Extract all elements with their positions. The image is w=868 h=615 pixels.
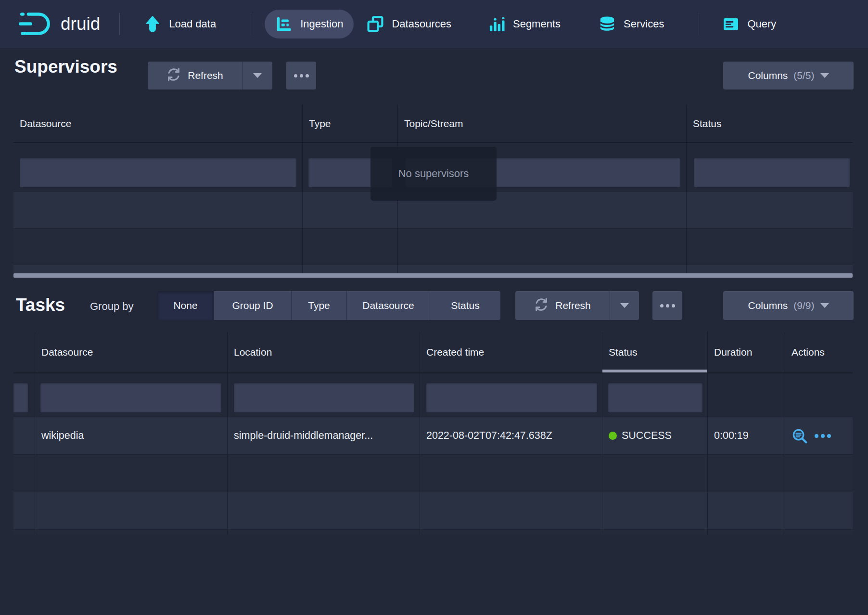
nav-item-datasources[interactable]: Datasources [356, 10, 462, 38]
tasks-filter-row [13, 373, 853, 417]
nav-item-label: Ingestion [300, 18, 343, 30]
tasks-columns-button[interactable]: Columns (9/9) [723, 291, 854, 320]
columns-label: Columns [748, 300, 788, 311]
tasks-refresh-button[interactable]: Refresh [515, 291, 610, 320]
druid-logo[interactable]: druid [18, 11, 100, 38]
row-more-icon[interactable] [815, 434, 831, 438]
nav-item-query[interactable]: Query [712, 10, 787, 38]
tasks-table: Datasource Location Created time Status … [13, 332, 853, 535]
segments-icon [488, 15, 505, 33]
task-duration-cell: 0:00:19 [708, 417, 785, 454]
group-by-type-button[interactable]: Type [292, 291, 347, 320]
refresh-label: Refresh [555, 300, 591, 311]
column-header-status[interactable]: Status [602, 332, 708, 372]
task-created-time-cell: 2022-08-02T07:42:47.638Z [420, 417, 602, 454]
table-row [13, 455, 853, 492]
more-icon [660, 304, 675, 308]
column-header-datasource[interactable]: Datasource [35, 332, 228, 372]
columns-count: (9/9) [793, 300, 814, 311]
group-by-datasource-button[interactable]: Datasource [347, 291, 430, 320]
supervisors-refresh-dropdown-button[interactable] [242, 62, 272, 90]
column-header-topic-stream[interactable]: Topic/Stream [398, 105, 687, 142]
created-time-filter-input[interactable] [426, 383, 598, 413]
task-datasource-cell: wikipedia [35, 417, 228, 454]
nav-item-ingestion[interactable]: Ingestion [265, 10, 354, 38]
refresh-icon [166, 67, 181, 84]
column-header-actions[interactable]: Actions [785, 332, 853, 372]
upload-icon [144, 15, 161, 33]
ingestion-chart-icon [275, 15, 293, 33]
location-filter-input[interactable] [233, 383, 415, 413]
table-row [13, 492, 853, 530]
supervisors-refresh-split-button: Refresh [148, 62, 272, 90]
tasks-more-button[interactable] [652, 291, 682, 320]
group-by-none-button[interactable]: None [157, 291, 214, 320]
nav-item-label: Query [747, 18, 776, 30]
group-by-status-button[interactable]: Status [430, 291, 500, 320]
druid-logo-icon [18, 11, 55, 38]
column-header-hidden[interactable] [13, 332, 35, 372]
task-status-cell: SUCCESS [602, 417, 708, 454]
table-row [13, 265, 853, 273]
column-header-created-time[interactable]: Created time [420, 332, 602, 372]
group-by-group-id-button[interactable]: Group ID [214, 291, 292, 320]
supervisors-more-button[interactable] [286, 62, 316, 90]
datasources-icon [367, 15, 384, 33]
nav-item-label: Segments [513, 18, 561, 30]
caret-down-icon [620, 303, 629, 308]
caret-down-icon [820, 73, 829, 78]
nav-item-label: Datasources [392, 18, 451, 30]
services-database-icon [599, 15, 616, 33]
task-location-cell: simple-druid-middlemanager... [228, 417, 420, 454]
column-header-datasource[interactable]: Datasource [13, 105, 303, 142]
column-header-location[interactable]: Location [228, 332, 420, 372]
group-by-label: Group by [90, 300, 134, 313]
sort-indicator [602, 370, 707, 372]
status-text: SUCCESS [622, 430, 672, 442]
nav-divider [251, 13, 251, 35]
column-header-duration[interactable]: Duration [708, 332, 785, 372]
top-nav: druid Load data [0, 0, 868, 48]
empty-message: No supervisors [398, 167, 469, 180]
tasks-refresh-split-button: Refresh [515, 291, 639, 320]
task-row-wikipedia[interactable]: wikipedia simple-druid-middlemanager... … [13, 417, 853, 455]
supervisors-refresh-button[interactable]: Refresh [148, 62, 242, 90]
tasks-header-row: Datasource Location Created time Status … [13, 332, 853, 373]
status-filter-input[interactable] [608, 383, 703, 413]
more-icon [294, 74, 309, 77]
nav-item-segments[interactable]: Segments [477, 10, 571, 38]
logo-wordmark: druid [61, 14, 100, 34]
nav-item-load-data[interactable]: Load data [133, 10, 227, 38]
tasks-refresh-dropdown-button[interactable] [610, 291, 639, 320]
query-icon [722, 15, 740, 33]
magnifier-icon[interactable] [791, 428, 808, 444]
datasource-filter-input[interactable] [19, 157, 297, 188]
hidden-column-filter-input[interactable] [13, 383, 28, 413]
table-row [13, 530, 853, 535]
column-header-status[interactable]: Status [687, 105, 853, 142]
columns-label: Columns [748, 70, 788, 81]
nav-item-services[interactable]: Services [588, 10, 675, 38]
nav-divider [699, 13, 699, 35]
caret-down-icon [253, 73, 262, 78]
supervisors-header-row: Datasource Type Topic/Stream Status [13, 105, 853, 143]
column-header-type[interactable]: Type [303, 105, 398, 142]
caret-down-icon [820, 303, 829, 308]
status-filter-input[interactable] [693, 157, 850, 188]
druid-console: druid Load data [0, 0, 868, 615]
supervisors-title: Supervisors [14, 57, 117, 77]
datasource-filter-input[interactable] [40, 383, 222, 413]
success-status-dot [609, 432, 617, 440]
columns-count: (5/5) [793, 70, 814, 81]
nav-item-label: Services [624, 18, 664, 30]
tasks-title: Tasks [16, 295, 65, 315]
no-supervisors-overlay: No supervisors [370, 147, 497, 201]
refresh-label: Refresh [188, 70, 223, 81]
nav-item-label: Load data [169, 18, 216, 30]
nav-divider [119, 13, 120, 35]
table-row [13, 229, 853, 265]
horizontal-scrollbar[interactable] [13, 273, 853, 278]
supervisors-columns-button[interactable]: Columns (5/5) [723, 62, 854, 90]
task-actions-cell [785, 417, 853, 454]
refresh-icon [534, 297, 549, 314]
